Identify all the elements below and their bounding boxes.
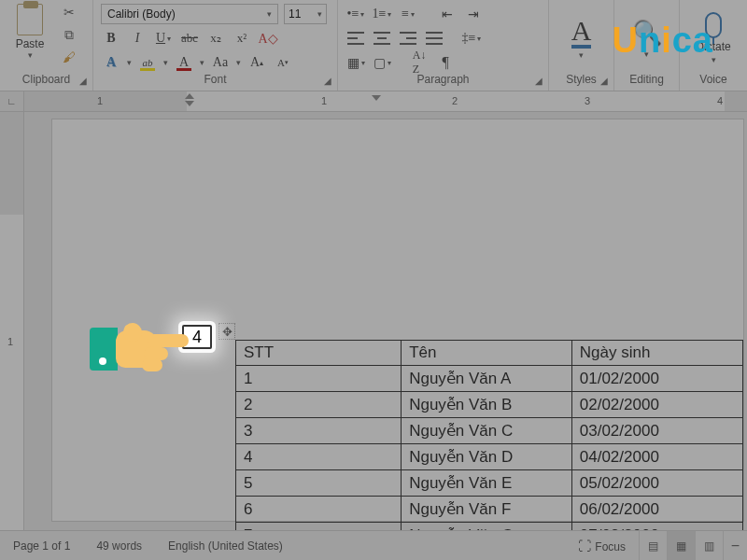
horizontal-ruler[interactable]: 1 1 2 3 4	[24, 91, 747, 111]
web-layout-button[interactable]: ▥	[695, 531, 723, 561]
cell[interactable]: 07/02/2000	[571, 523, 742, 531]
italic-button[interactable]: I	[127, 28, 148, 49]
focus-mode-button[interactable]: ⛶Focus	[565, 539, 639, 553]
table-move-handle[interactable]: ✥	[218, 323, 235, 340]
cell[interactable]: 05/02/2000	[571, 470, 742, 497]
vruler-tick: 1	[7, 336, 13, 347]
group-paragraph: •≡▾ 1≡▾ ≡▾ ⇤ ⇥ ‡≡▾ ▦▾ ▢▾ A↓Z ¶	[338, 0, 549, 91]
copy-button[interactable]: ⧉	[60, 26, 78, 43]
cell[interactable]: Nguyễn Văn A	[402, 366, 572, 392]
numbering-button[interactable]: 1≡▾	[372, 4, 392, 24]
zoom-out-button[interactable]: −	[723, 531, 747, 561]
tab-selector[interactable]: ∟	[0, 91, 24, 111]
font-color-button[interactable]: A	[174, 52, 194, 73]
line-spacing-button[interactable]: ‡≡▾	[461, 28, 482, 49]
shrink-font-button[interactable]: A▾	[273, 52, 293, 73]
cell[interactable]: Nguyễn Văn G	[402, 523, 572, 531]
borders-button[interactable]: ▢▾	[372, 52, 392, 73]
ruler-row: ∟ 1 1 2 3 4	[0, 91, 747, 112]
cell[interactable]: 01/02/2000	[571, 366, 742, 392]
cell[interactable]: Nguyễn Văn D	[402, 444, 572, 470]
watermark-logo: Unica	[612, 21, 713, 61]
ruler-tick: 3	[585, 95, 590, 106]
align-center-button[interactable]	[372, 28, 392, 49]
paste-button[interactable]: Paste ▾	[7, 4, 52, 60]
table-row: 5Nguyễn Văn E05/02/2000	[236, 470, 743, 497]
grow-font-button[interactable]: A▴	[247, 52, 267, 73]
voice-group-label: Voice	[699, 73, 726, 86]
dialog-launcher-icon[interactable]: ◢	[79, 76, 87, 86]
change-case-button[interactable]: Aa	[210, 52, 231, 73]
bullets-button[interactable]: •≡▾	[345, 4, 366, 24]
vertical-ruler[interactable]: 1	[0, 112, 24, 530]
cell[interactable]: 7	[236, 523, 402, 531]
cell[interactable]: 1	[236, 366, 402, 392]
chevron-down-icon: ▾	[127, 58, 132, 67]
data-table[interactable]: STT Tên Ngày sinh 1Nguyễn Văn A01/02/200…	[235, 340, 743, 530]
editing-group-label: Editing	[629, 73, 664, 86]
show-marks-button[interactable]: ¶	[435, 52, 456, 73]
status-words[interactable]: 49 words	[83, 539, 155, 553]
cut-button[interactable]: ✂	[60, 4, 78, 21]
th-ngay[interactable]: Ngày sinh	[571, 341, 742, 366]
justify-button[interactable]	[424, 28, 444, 49]
cell[interactable]: Nguyễn Văn C	[402, 418, 572, 444]
right-indent-marker[interactable]	[372, 93, 381, 108]
shading-button[interactable]: ▦▾	[345, 52, 366, 73]
cell[interactable]: 4	[236, 444, 402, 470]
superscript-button[interactable]: x²	[232, 28, 252, 49]
th-ten[interactable]: Tên	[402, 341, 572, 366]
ruler-tick: 4	[717, 95, 723, 106]
highlight-button[interactable]: ab	[137, 52, 158, 73]
cell[interactable]: 03/02/2000	[571, 418, 742, 444]
page[interactable]: ✥ STT Tên Ngày sinh 1Nguyễn Văn A01/02/2…	[52, 119, 743, 521]
th-stt[interactable]: STT	[236, 341, 402, 366]
cell[interactable]: 2	[236, 392, 402, 418]
align-left-button[interactable]	[345, 28, 366, 49]
cell[interactable]: 6	[236, 497, 402, 523]
chevron-down-icon: ▾	[317, 9, 322, 19]
cell[interactable]: 5	[236, 470, 402, 497]
decrease-indent-button[interactable]: ⇤	[437, 4, 458, 24]
status-language[interactable]: English (United States)	[155, 539, 296, 553]
cell[interactable]: Nguyễn Văn B	[402, 392, 572, 418]
read-mode-button[interactable]: ▤	[639, 531, 667, 561]
styles-button[interactable]: A	[571, 18, 592, 49]
font-size-combo[interactable]: 11▾	[284, 4, 327, 24]
table-row: 6Nguyễn Văn F06/02/2000	[236, 497, 743, 523]
print-layout-button[interactable]: ▦	[667, 531, 695, 561]
dialog-launcher-icon[interactable]: ◢	[535, 76, 543, 86]
format-painter-button[interactable]: 🖌	[60, 49, 78, 65]
strike-glyph: abc	[181, 31, 198, 46]
dialog-launcher-icon[interactable]: ◢	[324, 76, 331, 86]
cell[interactable]: Nguyễn Văn E	[402, 470, 572, 497]
status-page[interactable]: Page 1 of 1	[0, 539, 83, 553]
cell[interactable]: 02/02/2000	[571, 392, 742, 418]
chevron-down-icon: ▾	[267, 9, 272, 19]
cell[interactable]: 06/02/2000	[571, 497, 742, 523]
pointer-hand-icon	[90, 321, 181, 377]
increase-indent-button[interactable]: ⇥	[463, 4, 484, 24]
sort-button[interactable]: A↓Z	[409, 52, 430, 73]
font-name-value: Calibri (Body)	[107, 7, 176, 21]
align-right-button[interactable]	[398, 28, 418, 49]
chevron-down-icon: ▾	[579, 50, 584, 60]
strike-button[interactable]: abc	[179, 28, 200, 49]
cell[interactable]: Nguyễn Văn F	[402, 497, 572, 523]
left-indent-marker[interactable]	[185, 93, 194, 108]
bold-button[interactable]: B	[101, 28, 121, 49]
font-name-combo[interactable]: Calibri (Body)▾	[101, 4, 278, 24]
text-effects-button[interactable]: A	[101, 52, 121, 73]
dialog-launcher-icon[interactable]: ◢	[600, 76, 608, 86]
cell[interactable]: 04/02/2000	[571, 444, 742, 470]
clear-format-button[interactable]: A◇	[258, 28, 278, 49]
styles-group-label: Styles	[566, 73, 597, 86]
cell[interactable]: 3	[236, 418, 402, 444]
paste-icon	[17, 4, 43, 35]
multilevel-button[interactable]: ≡▾	[398, 4, 418, 24]
group-font: Calibri (Body)▾ 11▾ B I U▾ abc x₂ x² A◇ …	[93, 0, 338, 91]
underline-button[interactable]: U▾	[153, 28, 174, 49]
underline-glyph: U	[156, 31, 165, 46]
ruler-tick: 1	[321, 95, 327, 106]
subscript-button[interactable]: x₂	[205, 28, 226, 49]
